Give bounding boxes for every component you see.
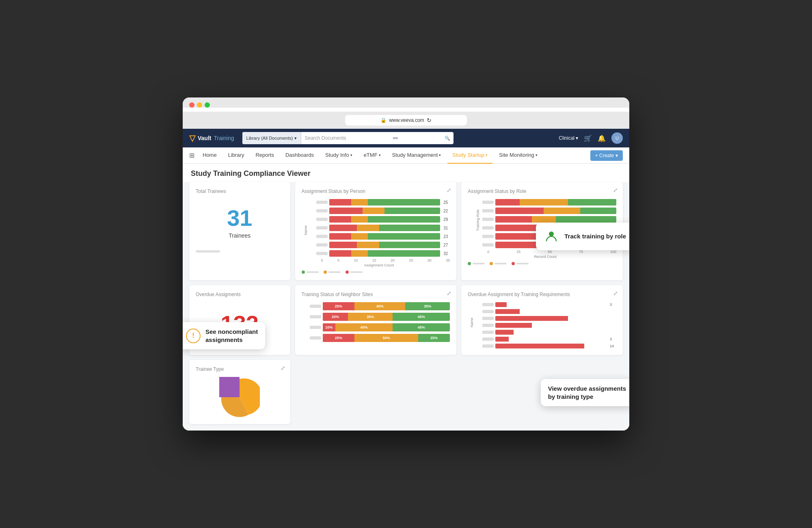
nav-library[interactable]: Library — [223, 147, 249, 164]
table-row: 10% 45% 45% — [310, 323, 450, 331]
grid-icon[interactable]: ⊞ — [189, 151, 194, 159]
by-role-y-label: Training Role — [476, 209, 480, 231]
assignment-by-role-title: Assignment Status by Role — [468, 188, 616, 194]
expand-overdue-training-icon[interactable]: ⤢ — [613, 290, 618, 296]
page-title-bar: Study Training Compliance Viewer — [183, 164, 629, 182]
table-row: 14 — [482, 344, 616, 348]
table-row: 25% 40% 35% — [310, 302, 450, 310]
page-title: Study Training Compliance Viewer — [191, 169, 621, 178]
nav-study-management[interactable]: Study Management ▾ — [387, 147, 446, 164]
trainees-label: Trainees — [196, 232, 284, 239]
svg-point-0 — [549, 232, 554, 236]
overdue-title: Overdue Assigments — [196, 292, 284, 297]
search-input-area: Search Documents 👓 🔍 — [301, 135, 453, 141]
nav-site-monitoring[interactable]: Site Monitoring ▾ — [494, 147, 542, 164]
nav-etmf[interactable]: eTMF ▾ — [359, 147, 386, 164]
table-row: 23 — [316, 233, 450, 240]
noncompliant-icon: ! — [186, 329, 201, 343]
table-row: 27 — [316, 242, 450, 248]
by-role-legend — [468, 262, 616, 265]
view-overdue-text: View overdue assignmentsby training type — [548, 385, 626, 400]
library-dropdown-arrow: ▾ — [294, 136, 297, 141]
by-person-legend — [302, 270, 450, 274]
table-row — [482, 330, 616, 335]
table-row: 31 — [316, 225, 450, 231]
trainee-type-card: Trainee Type ⤢ — [189, 360, 290, 424]
lock-icon: 🔒 — [380, 117, 387, 123]
browser-dot-yellow — [197, 102, 202, 108]
clinical-selector[interactable]: Clinical ▾ — [559, 135, 578, 141]
noncompliant-callout: ! See noncompliantassignments — [183, 322, 265, 349]
nav-dashboards[interactable]: Dashboards — [281, 147, 319, 164]
pie-svg — [219, 377, 260, 418]
neighbor-bar-chart: 25% 40% 35% 20% 35% 45% — [310, 302, 450, 342]
table-row: 25% 50% 25% — [310, 334, 450, 342]
nav-home[interactable]: Home — [198, 147, 222, 164]
trainee-type-pie-chart — [196, 377, 284, 418]
by-person-y-label: Name — [304, 225, 308, 235]
overdue-by-training-card: Overdue Assignment by Training Requireme… — [461, 285, 623, 355]
table-row: 22 — [316, 208, 450, 214]
trainees-number: 31 — [196, 206, 284, 231]
training-status-title: Training Status of Neighbor Sites — [302, 292, 450, 297]
search-icon[interactable]: 🔍 — [445, 136, 450, 141]
noncompliant-text: See noncompliantassignments — [205, 328, 258, 344]
table-row — [482, 208, 616, 214]
table-row: 3 — [482, 337, 616, 342]
etmf-arrow: ▾ — [379, 153, 381, 157]
table-row: 32 — [316, 250, 450, 257]
by-person-x-axis: 0 5 10 15 20 25 30 35 — [321, 258, 450, 262]
training-status-neighbor-card: Training Status of Neighbor Sites ⤢ 25% … — [295, 285, 457, 355]
refresh-icon[interactable]: ↻ — [427, 117, 432, 123]
total-trainees-title: Total Trainees — [196, 188, 284, 194]
table-row — [482, 316, 616, 321]
by-role-x-label: Record Count — [474, 255, 616, 259]
overdue-training-y-label: Name — [470, 318, 474, 327]
overdue-training-bar-chart: 3 — [482, 302, 616, 348]
user-avatar[interactable]: U — [611, 132, 623, 144]
table-row — [482, 216, 616, 223]
browser-dot-green — [205, 102, 210, 108]
nav-study-startup[interactable]: Study Startup ▾ — [447, 147, 492, 164]
assignment-by-person-card: Assignment Status by Person ⤢ Name — [295, 182, 457, 280]
track-training-text: Track training by role — [564, 232, 626, 240]
logo-area: ▽ Vault Training — [189, 133, 234, 143]
library-label: Library (All Documents) — [246, 136, 293, 141]
bell-icon[interactable]: 🔔 — [598, 134, 606, 142]
logo-app-name: Vault — [198, 135, 211, 141]
create-button[interactable]: + Create ▾ — [590, 150, 623, 161]
table-row: 29 — [316, 216, 450, 223]
table-row: 3 — [482, 302, 616, 307]
library-selector[interactable]: Library (All Documents) ▾ — [242, 132, 302, 144]
table-row — [482, 323, 616, 328]
main-navigation: ⊞ Home Library Reports Dashboards Study … — [183, 147, 629, 164]
address-bar[interactable]: 🔒 www.veeva.com ↻ — [345, 115, 467, 126]
expand-by-person-icon[interactable]: ⤢ — [447, 187, 451, 193]
top-bar-right-area: Clinical ▾ 🛒 🔔 U — [559, 132, 623, 144]
browser-dot-red — [189, 102, 194, 108]
trainee-type-title: Trainee Type — [196, 366, 284, 372]
search-placeholder: Search Documents — [304, 135, 346, 141]
clinical-arrow: ▾ — [576, 135, 578, 141]
logo-sub-name: Training — [214, 135, 234, 141]
trainees-footer-bar — [196, 250, 220, 253]
create-dropdown-arrow: ▾ — [615, 153, 618, 158]
table-row: 20% 35% 45% — [310, 313, 450, 321]
view-overdue-callout: View overdue assignmentsby training type — [541, 379, 629, 406]
site-monitoring-arrow: ▾ — [536, 153, 538, 157]
cart-icon[interactable]: 🛒 — [584, 134, 592, 142]
expand-trainee-type-icon[interactable]: ⤢ — [281, 365, 285, 371]
study-info-arrow: ▾ — [350, 153, 352, 157]
nav-study-info[interactable]: Study Info ▾ — [320, 147, 357, 164]
track-training-callout: Track training by role — [536, 223, 629, 250]
expand-by-role-icon[interactable]: ⤢ — [613, 187, 618, 193]
expand-neighbor-icon[interactable]: ⤢ — [447, 290, 451, 296]
table-row: 25 — [316, 199, 450, 206]
nav-reports[interactable]: Reports — [251, 147, 279, 164]
search-glasses-icon: 👓 — [393, 136, 398, 141]
pie-purple-slice — [219, 377, 240, 397]
by-person-x-label: Assignment Count — [308, 263, 450, 267]
study-management-arrow: ▾ — [439, 153, 441, 157]
global-search-bar[interactable]: Library (All Documents) ▾ Search Documen… — [242, 132, 454, 144]
top-navigation-bar: ▽ Vault Training Library (All Documents)… — [183, 129, 629, 147]
